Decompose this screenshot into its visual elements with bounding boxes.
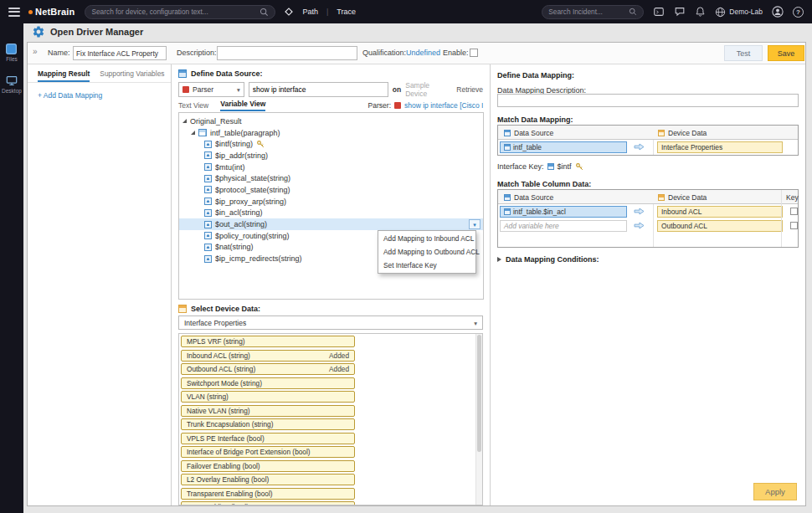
name-input[interactable] <box>73 46 167 60</box>
collapse-panel-icon[interactable] <box>33 47 38 56</box>
mapping-arrow <box>633 207 645 218</box>
device-property-label: VPLS PE Interface (bool) <box>187 434 265 443</box>
device-data-row[interactable]: Switchport Mode (string) <box>181 377 355 389</box>
device-data-row[interactable]: VLAN (string) <box>181 391 355 403</box>
parser-link[interactable]: show ip interface [Cisco I... <box>404 101 483 110</box>
expander-icon[interactable] <box>191 131 195 135</box>
tab-text-view[interactable]: Text View <box>178 101 208 111</box>
tree-variable-node[interactable]: $ip_addr(string) <box>179 150 483 162</box>
driver-manager-window: Name: Description: Qualification: Undefi… <box>27 42 806 506</box>
data-source-cell[interactable]: intf_table.$in_acl <box>500 206 627 218</box>
match-data-mapping-title: Match Data Mapping: <box>497 115 573 124</box>
tab-variable-view[interactable]: Variable View <box>220 100 265 111</box>
tree-variable-node[interactable]: $protocol_state(string) <box>179 184 483 196</box>
variable-label: $mtu(int) <box>215 163 245 172</box>
desktop-label: Desktop <box>2 88 22 94</box>
path-diamond-icon[interactable] <box>284 7 294 17</box>
search-icon[interactable] <box>629 8 637 16</box>
variable-actions-dropdown-button[interactable] <box>469 219 481 229</box>
mapping-description-input[interactable] <box>497 94 799 107</box>
description-input[interactable] <box>217 46 357 60</box>
parser-type-dropdown[interactable]: Parser <box>178 82 244 97</box>
tree-variable-node[interactable]: $in_acl(string) <box>179 208 483 219</box>
tree-root-node[interactable]: Original_Result <box>179 115 483 127</box>
tree-variable-node[interactable]: $mtu(int) <box>179 162 483 173</box>
test-button[interactable]: Test <box>724 45 763 61</box>
interface-key-value[interactable]: $intf <box>558 162 572 171</box>
device-data-rows: MPLS VRF (string)Inbound ACL (string)Add… <box>179 336 482 505</box>
tree-table-node[interactable]: intf_table(paragraph) <box>179 127 483 139</box>
topbar-right-group: Demo-Lab <box>542 5 804 19</box>
topbar-divider: | <box>326 8 328 16</box>
tab-mapping-result[interactable]: Mapping Result <box>38 69 90 82</box>
sidebar-item-desktop[interactable]: Desktop <box>2 75 22 94</box>
sample-device-field[interactable]: Sample Device <box>405 81 452 98</box>
incident-search-box[interactable] <box>542 5 644 19</box>
key-checkbox[interactable] <box>790 208 798 215</box>
sidebar-item-files[interactable]: Files <box>6 44 18 62</box>
device-data-row[interactable]: Transparent Enabling (bool) <box>181 488 355 500</box>
context-menu-item[interactable]: Set Interface Key <box>378 259 475 272</box>
path-link[interactable]: Path <box>302 8 318 16</box>
trace-link[interactable]: Trace <box>337 8 356 16</box>
device-data-cell[interactable]: Outbound ACL <box>657 220 783 232</box>
tree-variable-node[interactable]: $out_acl(string) <box>179 218 483 230</box>
device-data-row[interactable]: MPLS VRF (string) <box>181 336 355 347</box>
device-data-row[interactable]: L2 Overlay Enabling (bool) <box>181 474 355 485</box>
interface-key-label: Interface Key: <box>497 162 544 171</box>
incident-search-input[interactable] <box>548 8 629 16</box>
device-data-row[interactable]: NAT Enabling (bool) <box>181 501 355 505</box>
domain-selector[interactable]: Demo-Lab <box>715 7 763 18</box>
globe-icon <box>715 7 726 18</box>
device-data-row[interactable]: Native VLAN (string) <box>181 405 355 417</box>
device-data-cell[interactable]: Interface Properties <box>657 141 783 153</box>
qualification-value-link[interactable]: Undefined <box>406 49 440 57</box>
data-source-column-header: Data Source <box>504 126 553 140</box>
device-property-label: Switchport Mode (string) <box>187 379 262 387</box>
help-icon[interactable] <box>793 7 804 18</box>
expander-icon[interactable] <box>182 119 187 123</box>
variable-label: $physical_state(string) <box>215 174 290 182</box>
device-data-row[interactable]: Trunk Encapsulation (string) <box>181 418 355 430</box>
apply-button[interactable]: Apply <box>753 483 797 500</box>
context-menu-item[interactable]: Add Mapping to Outbound ACL <box>378 245 475 259</box>
menu-icon[interactable] <box>8 8 20 17</box>
key-checkbox[interactable] <box>790 222 798 229</box>
context-menu-item[interactable]: Add Mapping to Inbound ACL <box>378 232 475 245</box>
search-icon[interactable] <box>260 8 269 17</box>
domain-label: Demo-Lab <box>729 8 763 16</box>
data-mapping-conditions-toggle[interactable]: Data Mapping Conditions: <box>497 255 599 264</box>
device-data-cell[interactable]: Inbound ACL <box>657 206 783 218</box>
tab-supporting-variables[interactable]: Supporting Variables <box>100 69 164 82</box>
add-data-mapping-link[interactable]: + Add Data Mapping <box>38 91 102 100</box>
device-data-row[interactable]: Interface of Bridge Port Extension (bool… <box>181 446 355 458</box>
parser-command-input[interactable] <box>249 82 388 97</box>
enable-checkbox[interactable] <box>470 49 478 57</box>
key-icon <box>575 162 583 171</box>
device-search-box[interactable] <box>85 5 275 19</box>
save-button[interactable]: Save <box>768 45 804 61</box>
tree-variable-node[interactable]: $ip_proxy_arp(string) <box>179 196 483 208</box>
data-source-cell[interactable]: intf_table <box>500 141 627 153</box>
device-data-type-dropdown[interactable]: Interface Properties <box>178 315 483 330</box>
scrollbar-thumb[interactable] <box>477 335 481 452</box>
device-data-row[interactable]: VPLS PE Interface (bool) <box>181 433 355 444</box>
chat-icon[interactable] <box>674 6 686 18</box>
retrieve-link[interactable]: Retrieve <box>456 85 483 94</box>
device-data-row[interactable]: Outbound ACL (string)Added <box>181 363 355 375</box>
notifications-bell-icon[interactable] <box>695 6 706 18</box>
scrollbar[interactable] <box>475 334 482 505</box>
mapping-arrow <box>633 221 645 232</box>
tree-variable-node[interactable]: $physical_state(string) <box>179 172 483 184</box>
data-source-cell[interactable]: Add variable here <box>500 220 627 232</box>
console-icon[interactable] <box>653 6 665 18</box>
user-avatar-icon[interactable] <box>772 6 784 18</box>
device-data-row[interactable]: Failover Enabling (bool) <box>181 460 355 472</box>
expander-right-icon <box>497 257 501 262</box>
tree-variable-node[interactable]: $intf(string) <box>179 138 483 150</box>
variable-tree: Original_Result intf_table(paragraph) $i… <box>178 112 484 300</box>
variable-label: $ip_addr(string) <box>215 151 268 160</box>
device-data-row[interactable]: Inbound ACL (string)Added <box>181 350 355 362</box>
select-device-data-title: Select Device Data: <box>191 305 260 313</box>
device-search-input[interactable] <box>91 8 260 16</box>
